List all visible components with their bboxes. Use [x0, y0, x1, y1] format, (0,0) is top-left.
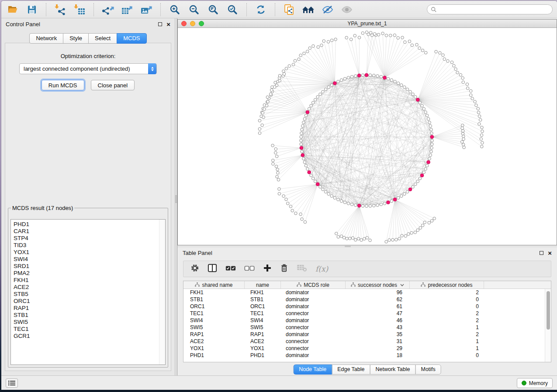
export-table-icon[interactable]: [120, 3, 134, 16]
mcds-result-item[interactable]: RAP1: [14, 305, 159, 312]
tab-edge-table[interactable]: Edge Table: [332, 364, 370, 375]
select-all-icon[interactable]: [225, 265, 236, 273]
zoom-in-icon[interactable]: [168, 3, 182, 16]
deselect-all-icon[interactable]: [244, 265, 255, 273]
table-toolbar: f(x): [183, 261, 551, 277]
show-eye-icon: [340, 3, 354, 16]
table-scrollbar-thumb[interactable]: [547, 291, 550, 330]
table-panel-titlebar: Table Panel ×: [177, 248, 557, 258]
attribute-icon: [421, 282, 426, 287]
table-scrollbar[interactable]: [545, 289, 551, 362]
column-header-filler: [484, 281, 551, 289]
close-panel-icon[interactable]: ×: [166, 22, 170, 26]
mcds-result-item[interactable]: TID3: [14, 242, 159, 249]
tab-select[interactable]: Select: [88, 33, 117, 44]
column-header-shared-name[interactable]: shared name: [183, 281, 245, 289]
import-table-icon[interactable]: [73, 3, 86, 16]
network-canvas[interactable]: [178, 28, 557, 245]
table-row[interactable]: FKH1FKH1dominator962: [183, 289, 545, 296]
close-panel-icon[interactable]: ×: [548, 251, 552, 255]
splitter-grip[interactable]: [345, 246, 351, 247]
table-row[interactable]: RAP1RAP1dominator352: [183, 331, 545, 338]
mcds-result-item[interactable]: STB5: [14, 291, 159, 298]
table-row[interactable]: TEC1TEC1connector472: [183, 310, 545, 317]
app-window: Control Panel × Network Style Select MCD…: [1, 1, 557, 390]
column-header-successor-nodes[interactable]: successor nodes: [346, 281, 410, 289]
table-row[interactable]: SWI4SWI4dominator462: [183, 317, 545, 324]
mcds-result-item[interactable]: YOX1: [14, 249, 159, 256]
search-icon: [431, 7, 437, 13]
column-header-predecessor-nodes[interactable]: predecessor nodes: [410, 281, 484, 289]
zoom-out-icon[interactable]: [187, 3, 201, 16]
tab-style[interactable]: Style: [63, 33, 89, 44]
control-panel-title: Control Panel: [6, 21, 40, 28]
mcds-result-item[interactable]: STP4: [14, 235, 159, 242]
memory-button[interactable]: Memory: [517, 378, 553, 388]
clone-network-icon[interactable]: [282, 3, 296, 16]
mcds-result-item[interactable]: SWI5: [14, 319, 159, 326]
tab-mcds[interactable]: MCDS: [117, 33, 146, 44]
mcds-result-item[interactable]: SRD1: [14, 263, 159, 270]
mcds-result-item[interactable]: SWI4: [14, 256, 159, 263]
table-row[interactable]: STB1STB1dominator620: [183, 296, 545, 303]
float-panel-icon[interactable]: [158, 22, 162, 26]
attribute-icon: [195, 282, 200, 287]
optimization-criterion-label: Optimization criterion:: [5, 53, 171, 59]
close-panel-button[interactable]: Close panel: [91, 80, 135, 90]
table-panel-tabs: Node Table Edge Table Network Table Moti…: [293, 364, 441, 375]
search-input[interactable]: [439, 7, 549, 13]
table-row[interactable]: ORC1ORC1dominator610: [183, 303, 545, 310]
mcds-result-item[interactable]: PHD1: [14, 221, 159, 228]
tab-node-table[interactable]: Node Table: [293, 364, 332, 375]
delete-column-icon[interactable]: [280, 264, 288, 274]
task-history-button[interactable]: [6, 378, 18, 388]
add-column-icon[interactable]: [263, 264, 272, 274]
export-image-icon[interactable]: [139, 3, 153, 16]
import-network-icon[interactable]: [53, 3, 67, 16]
zoom-selected-icon[interactable]: [225, 3, 239, 16]
tab-network[interactable]: Network: [29, 33, 63, 44]
open-file-icon[interactable]: [6, 3, 20, 16]
mcds-result-item[interactable]: ACE2: [14, 284, 159, 291]
refresh-icon[interactable]: [254, 3, 268, 16]
list-icon: [8, 380, 15, 386]
table-row[interactable]: ACE2ACE2connector311: [183, 338, 545, 345]
memory-label: Memory: [529, 380, 548, 386]
mcds-result-item[interactable]: STB1: [14, 312, 159, 319]
tab-network-table[interactable]: Network Table: [370, 364, 416, 375]
hide-eye-slash-icon[interactable]: [321, 3, 335, 16]
mcds-result-item[interactable]: GCR1: [14, 333, 159, 340]
mcds-result-item[interactable]: ORC1: [14, 298, 159, 305]
mcds-result-item[interactable]: CAR1: [14, 228, 159, 235]
network-window: YPA_prune.txt_1: [177, 19, 557, 245]
mcds-list-scrollbar[interactable]: [159, 220, 165, 364]
toolbar-separator: [275, 3, 275, 16]
column-header-mcds-role[interactable]: MCDS role: [281, 281, 346, 289]
node-table: shared name name MCDS role successor nod…: [183, 281, 551, 362]
network-title: YPA_prune.txt_1: [178, 21, 557, 27]
save-icon[interactable]: [25, 3, 39, 16]
toolbar-separator: [246, 3, 247, 16]
mcds-panel: Optimization criterion: largest connecte…: [5, 43, 171, 371]
table-settings-gear-icon[interactable]: [190, 264, 199, 274]
tab-motifs[interactable]: Motifs: [415, 364, 441, 375]
criterion-select[interactable]: largest connected component (undirected): [19, 63, 157, 74]
houses-icon[interactable]: [301, 3, 315, 16]
show-columns-icon[interactable]: [208, 264, 217, 274]
table-row[interactable]: YOX1YOX1connector291: [183, 345, 545, 352]
table-row[interactable]: PHD1PHD1dominator180: [183, 352, 545, 359]
delete-table-icon: [297, 264, 307, 274]
splitter-grip[interactable]: [175, 195, 177, 203]
memory-status-icon: [522, 381, 526, 385]
mcds-result-item[interactable]: FKH1: [14, 277, 159, 284]
main-toolbar: [1, 1, 557, 18]
mcds-result-item[interactable]: PMA2: [14, 270, 159, 277]
zoom-fit-icon[interactable]: [206, 3, 220, 16]
network-window-titlebar: YPA_prune.txt_1: [178, 20, 557, 28]
table-row[interactable]: SWI5SWI5connector431: [183, 324, 545, 331]
mcds-result-item[interactable]: TEC1: [14, 326, 159, 333]
column-header-name[interactable]: name: [245, 281, 281, 289]
export-network-icon[interactable]: [101, 3, 115, 16]
run-mcds-button[interactable]: Run MCDS: [42, 80, 84, 90]
float-panel-icon[interactable]: [540, 251, 543, 255]
